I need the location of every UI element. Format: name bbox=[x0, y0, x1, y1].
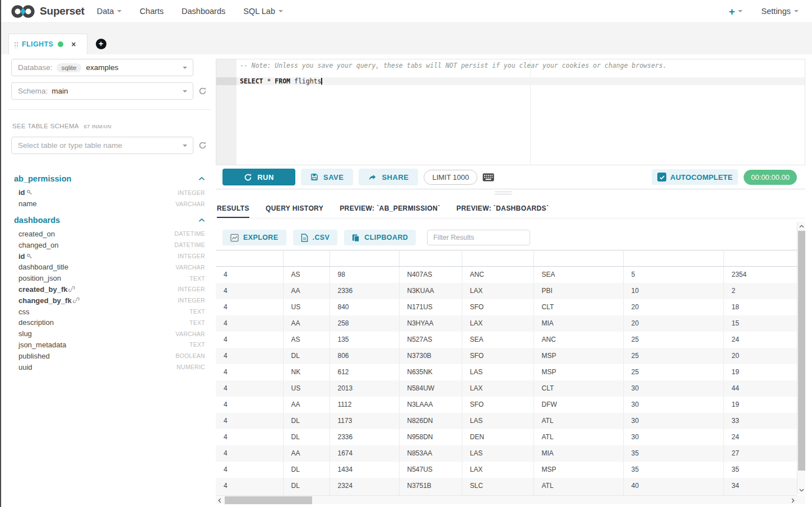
scroll-right-icon[interactable] bbox=[789, 496, 797, 505]
nav-menu-item[interactable]: Data bbox=[97, 7, 122, 16]
column-type: TEXT bbox=[189, 308, 205, 315]
column-name: uuid bbox=[18, 363, 33, 371]
table-row: 4 DL 2336 N958DN DEN ATL 30 24 bbox=[216, 429, 797, 445]
results-tab[interactable]: RESULTS bbox=[217, 198, 249, 218]
column-list: id INTEGER bbox=[7, 187, 212, 210]
column-header[interactable] bbox=[283, 250, 330, 267]
cell: 2336 bbox=[330, 429, 399, 445]
cell: N3HYAA bbox=[399, 315, 462, 332]
column-row: css TEXT bbox=[7, 306, 212, 317]
chevron-down-icon bbox=[183, 67, 187, 69]
run-label: RUN bbox=[257, 173, 274, 182]
column-header[interactable] bbox=[723, 250, 797, 267]
cell: N958DN bbox=[399, 429, 462, 445]
cell: SEA bbox=[533, 267, 623, 283]
column-type: DATETIME bbox=[174, 230, 205, 237]
column-header[interactable] bbox=[399, 250, 462, 267]
sql-keyword: FROM bbox=[275, 77, 290, 85]
scroll-down-icon[interactable] bbox=[797, 486, 806, 494]
table-schema-info-count: 67 IN bbox=[84, 123, 98, 129]
query-tab-label: FLIGHTS bbox=[22, 40, 53, 48]
cell: LAS bbox=[462, 364, 533, 380]
results-tab-label: PREVIEW: `AB_PERMISSION` bbox=[340, 204, 440, 212]
keyboard-shortcuts-icon[interactable] bbox=[482, 173, 494, 182]
editor-code-area[interactable]: -- Note: Unless you save your query, the… bbox=[236, 59, 805, 165]
results-tab[interactable]: PREVIEW: `AB_PERMISSION` bbox=[340, 198, 440, 218]
run-button[interactable]: RUN bbox=[222, 169, 295, 185]
limit-selector[interactable]: LIMIT 1000 bbox=[424, 170, 477, 185]
results-tab[interactable]: QUERY HISTORY bbox=[266, 198, 323, 218]
share-label: SHARE bbox=[382, 173, 409, 182]
vertical-scroll-thumb[interactable] bbox=[798, 231, 805, 471]
cell: PBI bbox=[533, 283, 623, 299]
autocomplete-toggle[interactable]: AUTOCOMPLETE bbox=[652, 169, 738, 185]
csv-download-button[interactable]: .CSV bbox=[293, 230, 338, 245]
table-name-link[interactable]: dashboards bbox=[14, 216, 60, 225]
cell: SFO bbox=[462, 348, 533, 364]
checkbox-checked-icon[interactable] bbox=[657, 173, 666, 182]
schema-select[interactable]: Schema: main bbox=[11, 82, 193, 100]
clipboard-button[interactable]: CLIPBOARD bbox=[344, 230, 416, 245]
settings-menu[interactable]: Settings bbox=[762, 7, 799, 16]
nav-menu-item[interactable]: Charts bbox=[140, 7, 164, 16]
new-query-tab-button[interactable]: + bbox=[89, 34, 113, 54]
sql-editor[interactable]: -- Note: Unless you save your query, the… bbox=[216, 59, 805, 165]
results-tab-label: QUERY HISTORY bbox=[266, 204, 323, 212]
vertical-scrollbar bbox=[797, 222, 805, 494]
database-select[interactable]: Database: sqlite examples bbox=[11, 59, 193, 76]
pane-resize-handle[interactable] bbox=[495, 192, 512, 196]
column-type: INTEGER bbox=[178, 189, 205, 196]
save-button[interactable]: SAVE bbox=[301, 169, 353, 185]
refresh-schema-icon[interactable] bbox=[196, 87, 208, 95]
superset-logo[interactable]: Superset bbox=[11, 4, 85, 19]
table-schema-info: SEE TABLE SCHEMA 67 INMAIN bbox=[12, 120, 212, 131]
cell: 35 bbox=[723, 462, 797, 478]
scroll-left-icon[interactable] bbox=[216, 496, 224, 505]
table-select[interactable]: Select table or type table name bbox=[11, 137, 193, 154]
cell: MSP bbox=[533, 462, 623, 478]
chevron-up-icon[interactable] bbox=[198, 176, 205, 181]
new-item-button[interactable]: + bbox=[729, 6, 742, 17]
column-header[interactable] bbox=[533, 250, 623, 267]
line-number bbox=[216, 69, 236, 77]
schema-table: ab_permission id bbox=[7, 174, 212, 210]
column-header[interactable] bbox=[330, 250, 399, 267]
chevron-down-icon bbox=[183, 145, 187, 147]
column-header[interactable] bbox=[623, 250, 723, 267]
drag-handle-icon[interactable] bbox=[14, 41, 18, 48]
cell: 4 bbox=[216, 478, 283, 494]
csv-label: .CSV bbox=[313, 234, 330, 241]
filter-results-input[interactable] bbox=[427, 230, 530, 245]
column-header[interactable] bbox=[462, 250, 533, 267]
nav-menu-item[interactable]: Dashboards bbox=[182, 7, 225, 16]
table-name-link[interactable]: ab_permission bbox=[14, 174, 71, 183]
explore-button[interactable]: EXPLORE bbox=[222, 230, 286, 245]
cell: 1112 bbox=[330, 397, 399, 413]
cell: 24 bbox=[723, 429, 797, 445]
scroll-up-icon[interactable] bbox=[797, 222, 806, 230]
column-name: json_metadata bbox=[18, 341, 66, 349]
column-header[interactable] bbox=[216, 250, 283, 267]
refresh-tables-icon[interactable] bbox=[196, 141, 208, 150]
table-row: 4 DL 1173 N826DN LAS ATL 30 33 bbox=[216, 413, 797, 429]
horizontal-scroll-thumb[interactable] bbox=[225, 496, 312, 504]
chevron-up-icon[interactable] bbox=[198, 218, 205, 222]
nav-menu-item[interactable]: SQL Lab bbox=[243, 7, 283, 16]
scrollbar-corner bbox=[797, 495, 805, 504]
cell: 4 bbox=[216, 397, 283, 413]
cell: 30 bbox=[623, 413, 723, 429]
cell: 2336 bbox=[330, 283, 399, 299]
divider bbox=[216, 189, 805, 189]
run-icon bbox=[244, 173, 252, 182]
results-tab[interactable]: PREVIEW: `DASHBOARDS` bbox=[457, 198, 549, 218]
share-button[interactable]: SHARE bbox=[359, 169, 418, 185]
results-tab-label: PREVIEW: `DASHBOARDS` bbox=[457, 204, 549, 212]
cell: MIA bbox=[533, 445, 623, 462]
window-edge bbox=[0, 0, 1, 507]
column-row: changed_on DATETIME bbox=[7, 239, 212, 250]
code-line-empty bbox=[236, 69, 805, 77]
table-row: 4 DL 1434 N547US LAX MSP 35 35 bbox=[216, 462, 797, 478]
close-tab-icon[interactable]: × bbox=[71, 40, 76, 48]
column-name: created_by_fk bbox=[18, 285, 67, 294]
query-tab-flights[interactable]: FLIGHTS × bbox=[8, 34, 87, 54]
